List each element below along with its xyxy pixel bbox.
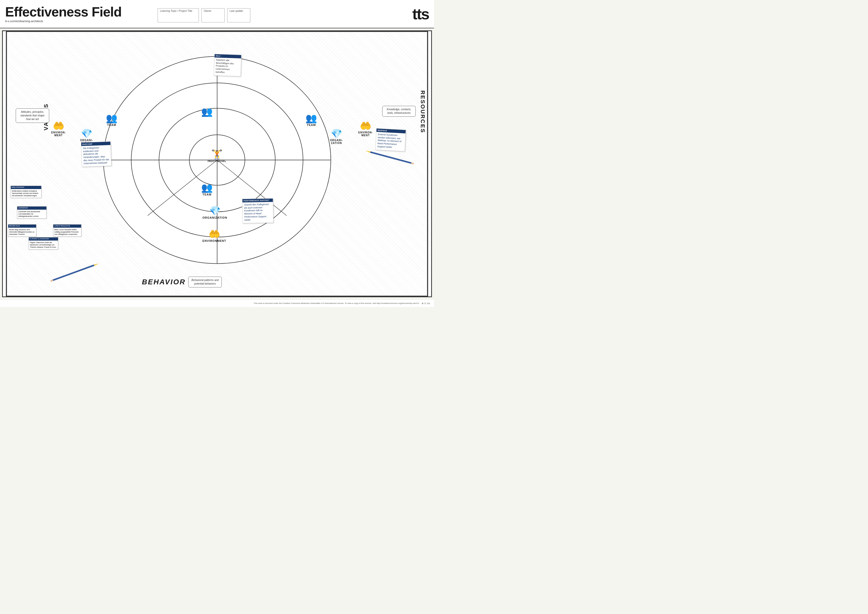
card-flipperclassroom-text: Flipper Classroom dreht die klassische L…: [30, 241, 57, 248]
card-flipperclassroom: FLIPPER CLASSROOM Flipper Classroom dreh…: [29, 237, 58, 250]
individual-label: INDIVIDUAL: [208, 160, 226, 163]
learning-topic-field[interactable]: Learning Topic / Project Title: [158, 8, 199, 22]
behavior-label: BEHAVIOR: [142, 278, 186, 286]
environment-label-right: ENVIRON-MENT: [358, 131, 373, 137]
team-bottom-icon-block: 👥 TEAM: [201, 183, 213, 196]
learning-topic-label: Learning Topic / Project Title: [160, 9, 197, 12]
cc-icon: ⊕ ⊙ SA: [422, 302, 430, 305]
card-lunchroulette-header: LUNCH ROULETTE: [53, 225, 81, 228]
team-top-icon: 👥: [201, 107, 213, 116]
last-update-field[interactable]: Last update: [227, 8, 250, 22]
svg-rect-12: [50, 279, 53, 282]
environment-label-left: ENVIRON-MENT: [51, 131, 66, 137]
environment-bottom-icon-block: 🤲 ENVIRONMENT: [203, 229, 226, 242]
card-lernbrief-text: Lernbriefe sind strukturierte Lernmateri…: [18, 211, 45, 217]
sticky-note-performance-header: PERFORMANCE SUPPORT: [242, 198, 273, 202]
owner-field[interactable]: Owner: [202, 8, 225, 22]
sticky-note-barcamp: BARCAMP Die Kolleginnen entdecken und di…: [81, 141, 111, 167]
card-lernbrief: LERNBRIEF Lernbriefe sind strukturierte …: [17, 206, 46, 219]
behavior-callout: Behavioral patterns and potential behavi…: [188, 277, 222, 287]
environment-label-bottom: ENVIRONMENT: [203, 239, 226, 242]
sticky-note-webinar-text: Externe Kundinnen werden informiert, wie…: [377, 133, 404, 149]
owner-label: Owner: [204, 9, 222, 12]
team-label-bottom: TEAM: [203, 193, 211, 196]
team-icon-right: 👥: [305, 113, 317, 123]
svg-marker-14: [365, 150, 370, 153]
card-brownbag: BROWN BAG Brown Bag Sessions sind inform…: [8, 224, 36, 237]
individual-icon: 🏋️: [211, 150, 223, 159]
individual-icon-block: 🏋️ INDIVIDUAL: [208, 150, 226, 163]
organization-icon-bottom: 💎: [209, 206, 221, 216]
svg-marker-11: [94, 263, 99, 266]
sticky-note-self-header: SELF ↑: [215, 54, 241, 59]
header-fields: Learning Topic / Project Title Owner Las…: [158, 8, 250, 22]
sticky-note-webinar: WEBINAR Externe Kundinnen werden informi…: [375, 128, 406, 151]
tts-logo: tts: [412, 5, 429, 23]
organization-right-icon-block: 💎 ORGANI-ZATION: [330, 129, 343, 144]
organization-bottom-icon-block: 💎 ORGANIZATION: [203, 206, 227, 219]
team-label-right: TEAM: [307, 123, 316, 126]
team-top-left-icon: 👥 TEAM: [106, 113, 118, 126]
team-icon-bottom: 👥: [201, 183, 213, 192]
card-erklaervideo-text: Erklärvideos erklären komplexe Sachverha…: [12, 190, 40, 197]
environment-right-icon-block: 🤲 ENVIRON-MENT: [358, 121, 373, 137]
environment-left-icon-block: 🤲 ENVIRON-MENT: [51, 121, 66, 137]
team-label-topleft: TEAM: [107, 123, 116, 126]
card-lunchroulette: LUNCH ROULETTE Beim Lunch Roulette treff…: [53, 224, 81, 237]
organization-icon-left: 💎: [81, 129, 93, 138]
svg-rect-15: [411, 162, 414, 164]
main-title: Effectiveness Field: [5, 5, 122, 19]
environment-icon-right: 🤲: [360, 121, 371, 130]
sticky-note-performance-text: Sowohl den Kolleginnen als auch externen…: [244, 203, 271, 222]
organization-label-right: ORGANI-ZATION: [330, 139, 343, 144]
sticky-note-self-text: Natürlich alle Beschäftigen des Produkts…: [215, 59, 240, 75]
sticky-note-barcamp-text: Die Kolleginnen entdecken und diskutiere…: [83, 146, 110, 165]
footer: This work is licensed under the Creative…: [0, 299, 434, 307]
environment-icon-bottom: 🤲: [209, 229, 220, 239]
card-brownbag-text: Brown Bag Sessions sind informelle Mitta…: [9, 228, 35, 236]
team-right-icon-block: 👥 TEAM: [305, 113, 317, 126]
diagram-area: VALUES RESOURCES 🏋️ INDIVIDUAL 👥 TEAM 👥 …: [2, 30, 432, 297]
organization-icon-right: 💎: [331, 129, 342, 138]
sticky-note-performance: PERFORMANCE SUPPORT Sowohl den Kolleginn…: [242, 198, 274, 223]
resources-label: RESOURCES: [419, 90, 426, 133]
last-update-label: Last update: [229, 9, 248, 12]
card-lunchroulette-text: Beim Lunch Roulette treffen zufällig aus…: [54, 228, 80, 236]
title-area: Effectiveness Field tt-s.com/en/learning…: [5, 5, 122, 23]
environment-icon-left: 🤲: [53, 121, 64, 130]
footer-license-text: This work is licensed under the Creative…: [254, 302, 420, 304]
card-lernbrief-header: LERNBRIEF: [17, 206, 46, 210]
header: Effectiveness Field tt-s.com/en/learning…: [0, 0, 434, 28]
card-flipperclassroom-header: FLIPPER CLASSROOM: [29, 237, 58, 240]
card-erklaervideo-header: ERKLÄRVIDEO: [11, 186, 41, 189]
resources-callout: Knowledge, contacts, tools, infrastructu…: [382, 106, 416, 117]
organization-label-bottom: ORGANIZATION: [203, 216, 227, 219]
creative-commons-icon: ⊕ ⊙ SA: [422, 302, 430, 305]
team-icon-topleft: 👥: [106, 113, 118, 123]
sticky-note-barcamp-header: BARCAMP: [81, 142, 110, 146]
card-erklaervideo: ERKLÄRVIDEO Erklärvideos erklären komple…: [11, 186, 42, 198]
card-brownbag-header: BROWN BAG: [8, 225, 36, 228]
subtitle-link: tt-s.com/en/learning-architects: [5, 20, 122, 23]
sticky-note-self: SELF ↑ Natürlich alle Beschäftigen des P…: [214, 54, 242, 76]
values-callout: Attitudes, principles, standards that sh…: [16, 109, 49, 123]
team-icon-top: 👥: [201, 107, 213, 116]
